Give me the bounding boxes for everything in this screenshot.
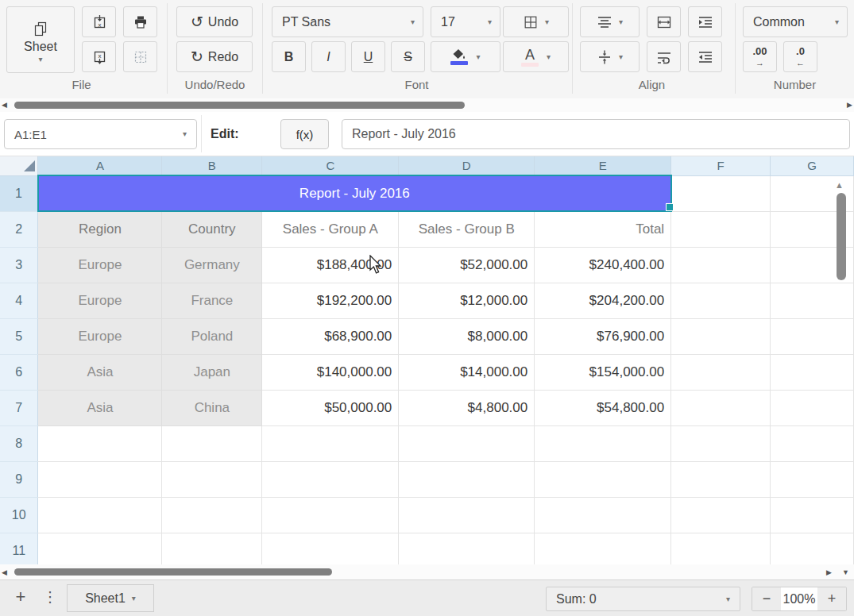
font-size-select[interactable]: 17 ▾	[431, 6, 500, 37]
cell[interactable]	[671, 247, 771, 283]
cell[interactable]	[399, 533, 535, 564]
sheet-button[interactable]: Sheet ▾	[6, 6, 75, 73]
row-header-7[interactable]: 7	[0, 390, 38, 425]
clear-cells-button[interactable]	[123, 41, 157, 72]
cell[interactable]	[671, 390, 771, 425]
name-box[interactable]: A1:E1 ▾	[4, 119, 197, 149]
cell[interactable]: $188,400.00	[262, 247, 399, 283]
import-button[interactable]: x	[82, 6, 116, 37]
cell[interactable]: Sales - Group B	[399, 211, 535, 247]
undo-button[interactable]: ↺ Undo	[176, 6, 253, 37]
fill-color-button[interactable]: ▾	[431, 41, 500, 72]
cell[interactable]	[162, 425, 262, 461]
cell[interactable]: Japan	[162, 354, 262, 390]
cell[interactable]	[671, 211, 771, 247]
font-color-button[interactable]: A ▾	[503, 41, 569, 72]
redo-button[interactable]: ↻ Redo	[176, 41, 253, 72]
italic-button[interactable]: I	[311, 41, 346, 72]
cell[interactable]	[771, 354, 854, 390]
row-header-1[interactable]: 1	[0, 175, 38, 211]
scroll-up-icon[interactable]: ▲	[835, 180, 844, 190]
formula-input[interactable]	[342, 119, 850, 149]
row-header-9[interactable]: 9	[0, 461, 38, 497]
scroll-left-icon[interactable]: ◀	[2, 101, 7, 109]
cell[interactable]: $12,000.00	[399, 283, 535, 318]
cell[interactable]: $76,900.00	[535, 318, 671, 354]
cell[interactable]	[771, 283, 854, 318]
scroll-right-icon[interactable]: ▶	[847, 101, 852, 109]
cell[interactable]	[399, 461, 535, 497]
cell[interactable]	[535, 533, 671, 564]
cell[interactable]: Europe	[38, 247, 162, 283]
font-name-select[interactable]: PT Sans ▾	[272, 6, 423, 37]
merge-cells-button[interactable]	[647, 6, 681, 37]
cell[interactable]	[671, 461, 771, 497]
cell[interactable]	[771, 533, 854, 564]
cell[interactable]	[771, 318, 854, 354]
cell[interactable]: Region	[38, 211, 162, 247]
scroll-down-icon[interactable]: ▼	[842, 568, 849, 576]
underline-button[interactable]: U	[351, 41, 385, 72]
wrap-text-button[interactable]	[647, 41, 681, 72]
cell[interactable]	[771, 425, 854, 461]
row-header-6[interactable]: 6	[0, 354, 38, 390]
select-all-corner[interactable]	[0, 156, 38, 175]
cell[interactable]: $4,800.00	[399, 390, 535, 425]
row-header-4[interactable]: 4	[0, 283, 38, 318]
increase-indent-button[interactable]	[688, 6, 722, 37]
column-header-C[interactable]: C	[262, 156, 399, 175]
cell[interactable]: Asia	[38, 354, 162, 390]
cell[interactable]	[771, 390, 854, 425]
column-header-B[interactable]: B	[162, 156, 262, 175]
cell[interactable]	[771, 461, 854, 497]
cell[interactable]: $154,000.00	[535, 354, 671, 390]
selection-fill-handle[interactable]	[666, 203, 674, 211]
cell[interactable]	[671, 533, 771, 564]
cell[interactable]: Poland	[162, 318, 262, 354]
cell[interactable]: $14,000.00	[399, 354, 535, 390]
number-format-select[interactable]: Common ▾	[743, 6, 848, 37]
cell[interactable]: Sales - Group A	[262, 211, 399, 247]
sheet-tab[interactable]: Sheet1 ▾	[67, 584, 154, 612]
row-header-3[interactable]: 3	[0, 247, 38, 283]
sheet-menu-button[interactable]: ⋮	[43, 588, 56, 606]
cell[interactable]: $52,000.00	[399, 247, 535, 283]
add-sheet-button[interactable]: +	[11, 587, 30, 607]
cell[interactable]	[262, 425, 399, 461]
column-header-E[interactable]: E	[535, 156, 671, 175]
row-header-2[interactable]: 2	[0, 211, 38, 247]
column-header-A[interactable]: A	[38, 156, 162, 175]
cell[interactable]	[262, 497, 399, 533]
cell[interactable]	[671, 175, 771, 211]
cell[interactable]: Europe	[38, 318, 162, 354]
zoom-in-button[interactable]: +	[817, 587, 846, 610]
vertical-scroll-thumb[interactable]	[837, 193, 846, 280]
cell[interactable]: $192,200.00	[262, 283, 399, 318]
vertical-align-button[interactable]: ▾	[580, 41, 640, 72]
cell[interactable]: Europe	[38, 283, 162, 318]
cell[interactable]: France	[162, 283, 262, 318]
cell[interactable]	[535, 425, 671, 461]
cell[interactable]: $204,200.00	[535, 283, 671, 318]
cell[interactable]	[262, 461, 399, 497]
horizontal-align-button[interactable]: ▾	[580, 6, 640, 37]
cell[interactable]	[38, 533, 162, 564]
row-header-5[interactable]: 5	[0, 318, 38, 354]
cell[interactable]	[671, 318, 771, 354]
cell[interactable]	[162, 461, 262, 497]
scroll-left-icon[interactable]: ◀	[2, 568, 7, 576]
cell[interactable]	[38, 497, 162, 533]
cell[interactable]	[38, 425, 162, 461]
column-header-F[interactable]: F	[671, 156, 771, 175]
cell[interactable]	[671, 283, 771, 318]
zoom-out-button[interactable]: −	[752, 587, 781, 610]
cell[interactable]	[162, 497, 262, 533]
insert-function-button[interactable]: f(x)	[280, 119, 329, 149]
cell[interactable]	[535, 497, 671, 533]
title-cell-selected[interactable]: Report - July 2016	[38, 175, 671, 211]
cell[interactable]: $54,800.00	[535, 390, 671, 425]
cell[interactable]	[535, 461, 671, 497]
cell[interactable]	[671, 425, 771, 461]
row-header-10[interactable]: 10	[0, 497, 38, 533]
cell[interactable]	[671, 497, 771, 533]
